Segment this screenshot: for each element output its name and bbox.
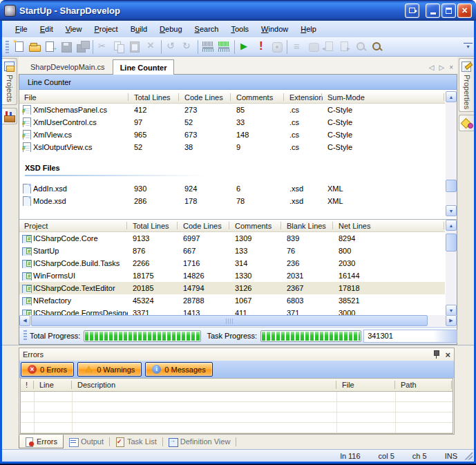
scroll-down-icon[interactable]: ▼ bbox=[446, 205, 457, 216]
bottom-tab-errors[interactable]: Errors bbox=[19, 435, 64, 448]
search-icon[interactable] bbox=[369, 39, 385, 55]
find-references-icon[interactable] bbox=[353, 39, 369, 55]
cut-icon[interactable] bbox=[95, 39, 111, 55]
menu-tools[interactable]: Tools bbox=[225, 23, 255, 35]
filter-button-0-warnings[interactable]: 0 Warnings bbox=[77, 362, 142, 377]
copy-icon[interactable] bbox=[111, 39, 127, 55]
table-row[interactable]: ICSharpCode.Core9133699713098398294 bbox=[19, 232, 445, 245]
column-header-path[interactable]: Path bbox=[396, 379, 453, 391]
bottom-tab-output[interactable]: Output bbox=[64, 435, 109, 448]
save-icon[interactable] bbox=[59, 39, 75, 55]
column-header-blank-lines[interactable]: Blank Lines bbox=[282, 220, 334, 231]
files-scrollbar-thumb[interactable] bbox=[446, 180, 457, 192]
open-file-icon[interactable] bbox=[27, 39, 43, 55]
menu-file[interactable]: File bbox=[9, 23, 34, 35]
close-button[interactable] bbox=[457, 3, 472, 18]
column-header-code-lines[interactable]: Code Lines bbox=[178, 220, 230, 231]
list-icon[interactable] bbox=[289, 39, 305, 55]
table-row[interactable]: XmlView.cs965673148.csC-Style bbox=[19, 129, 445, 141]
bottom-tab-task-list[interactable]: Task List bbox=[110, 435, 162, 448]
menu-search[interactable]: Search bbox=[189, 23, 225, 35]
redo-icon[interactable] bbox=[180, 39, 196, 55]
region-icon[interactable] bbox=[305, 39, 321, 55]
column-header-net-lines[interactable]: Net Lines bbox=[334, 220, 445, 231]
scroll-up-icon[interactable]: ▲ bbox=[446, 220, 457, 231]
rebuild-icon[interactable] bbox=[216, 39, 232, 55]
column-header-line[interactable]: Line bbox=[35, 379, 73, 391]
maximize-button[interactable] bbox=[441, 3, 456, 18]
menu-debug[interactable]: Debug bbox=[153, 23, 188, 35]
column-header-comments[interactable]: Comments bbox=[231, 91, 285, 103]
sidebar-tab-properties[interactable]: Properties bbox=[459, 58, 474, 112]
close-panel-icon[interactable] bbox=[445, 350, 450, 359]
column-header-code-lines[interactable]: Code Lines bbox=[180, 91, 231, 103]
bottom-tab-definition-view[interactable]: Definition View bbox=[163, 435, 236, 448]
files-scrollbar[interactable]: ▲ ▼ bbox=[446, 91, 457, 216]
undo-icon[interactable] bbox=[164, 39, 180, 55]
projects-scrollbar[interactable]: ▲ ▼ bbox=[446, 220, 457, 316]
table-row[interactable]: AddIn.xsd9309246.xsdXML bbox=[19, 182, 445, 195]
prev-bookmark-icon[interactable] bbox=[321, 39, 337, 55]
horizontal-scrollbar-thumb[interactable] bbox=[31, 315, 428, 326]
menu-window[interactable]: Window bbox=[255, 23, 294, 35]
filter-button-0-errors[interactable]: 0 Errors bbox=[21, 362, 74, 377]
column-header-project[interactable]: Project bbox=[19, 220, 128, 231]
tab-sharpdevelopmain-cs[interactable]: SharpDevelopMain.cs bbox=[23, 59, 113, 74]
projects-scrollbar-thumb[interactable] bbox=[446, 234, 457, 252]
scroll-tabs-right-icon[interactable]: ▷ bbox=[439, 64, 444, 71]
pin-icon[interactable] bbox=[432, 350, 439, 359]
scroll-right-icon[interactable]: ▶ bbox=[446, 315, 457, 326]
table-row[interactable]: StartUp87666713376800 bbox=[19, 245, 445, 257]
column-header-total-lines[interactable]: Total Lines bbox=[128, 220, 178, 231]
menu-build[interactable]: Build bbox=[124, 23, 153, 35]
menu-help[interactable]: Help bbox=[294, 23, 323, 35]
menu-view[interactable]: View bbox=[59, 23, 88, 35]
save-all-icon[interactable] bbox=[75, 39, 91, 55]
toolbar-overflow-button[interactable]: ▾ bbox=[464, 43, 473, 50]
run-icon[interactable] bbox=[237, 39, 253, 55]
table-row[interactable]: ICSharpCode.Build.Tasks22661716314236203… bbox=[19, 257, 445, 269]
stop-icon[interactable] bbox=[269, 39, 285, 55]
menu-project[interactable]: Project bbox=[88, 23, 124, 35]
scroll-down-icon[interactable]: ▼ bbox=[446, 305, 457, 316]
tab-line-counter[interactable]: Line Counter bbox=[113, 59, 175, 75]
file-import-icon[interactable] bbox=[43, 39, 59, 55]
next-bookmark-icon[interactable] bbox=[337, 39, 353, 55]
column-header-file[interactable]: File bbox=[19, 91, 129, 103]
paste-icon[interactable] bbox=[127, 39, 143, 55]
table-row[interactable]: Mode.xsd28617878.xsdXML bbox=[19, 195, 445, 207]
close-tab-icon[interactable]: × bbox=[449, 64, 453, 71]
scroll-tabs-left-icon[interactable]: ◁ bbox=[429, 64, 435, 71]
new-file-icon[interactable] bbox=[11, 39, 27, 55]
progress-toolbar-grip[interactable] bbox=[23, 330, 27, 341]
minimize-button[interactable] bbox=[426, 3, 440, 18]
filter-button-0-messages[interactable]: 0 Messages bbox=[145, 362, 212, 377]
title-bar[interactable]: StartUp - SharpDevelop bbox=[0, 0, 476, 21]
column-header-extension[interactable]: Extension bbox=[285, 91, 323, 103]
breakpoint-icon[interactable] bbox=[253, 39, 269, 55]
table-row[interactable]: WinFormsUI18175148261330203116144 bbox=[19, 269, 445, 282]
scroll-left-icon[interactable]: ◀ bbox=[19, 315, 30, 326]
sidebar-tab-tools[interactable] bbox=[459, 115, 474, 131]
horizontal-scrollbar[interactable]: ◀ ▶ bbox=[19, 315, 457, 326]
build-icon[interactable] bbox=[200, 39, 216, 55]
undock-button[interactable] bbox=[405, 3, 419, 18]
table-row[interactable]: XmlSchemasPanel.cs41227385.csC-Style bbox=[19, 104, 445, 116]
resize-grip[interactable] bbox=[464, 452, 473, 460]
menu-edit[interactable]: Edit bbox=[34, 23, 59, 35]
scroll-up-icon[interactable]: ▲ bbox=[446, 91, 457, 102]
column-header-description[interactable]: Description bbox=[73, 379, 337, 391]
table-row[interactable]: XslOutputView.cs52389.csC-Style bbox=[19, 141, 445, 153]
column-header-file[interactable]: File bbox=[337, 379, 396, 391]
table-row[interactable]: ICSharpCode.TextEditor201851479431262367… bbox=[19, 282, 445, 294]
column-header-[interactable]: ! bbox=[21, 379, 35, 391]
table-row[interactable]: XmlUserControl.cs975233.csC-Style bbox=[19, 116, 445, 129]
delete-icon[interactable] bbox=[143, 39, 159, 55]
column-header-comments[interactable]: Comments bbox=[230, 220, 282, 231]
column-header-total-lines[interactable]: Total Lines bbox=[129, 91, 180, 103]
column-header-sum-mode[interactable]: Sum-Mode bbox=[323, 91, 445, 103]
sidebar-tab-projects[interactable]: Projects bbox=[2, 58, 17, 105]
sidebar-tab-toolbox[interactable] bbox=[2, 108, 17, 124]
table-row[interactable]: NRefactory45324287881067680338521 bbox=[19, 294, 445, 307]
toolbar-grip[interactable] bbox=[6, 41, 9, 53]
